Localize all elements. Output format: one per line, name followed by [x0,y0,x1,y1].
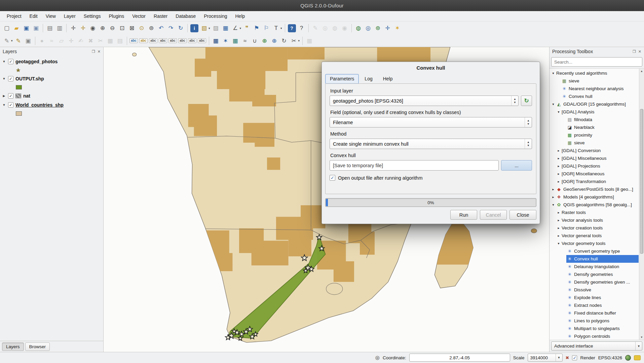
toolbox-item[interactable]: ✳Fixed distance buffer [550,309,639,317]
dock-panel-icon[interactable]: ❐ [633,49,636,54]
globe-plugin-icon[interactable]: ⊕ [260,36,269,45]
change-label-icon[interactable]: abc [168,36,178,45]
zoom-in-icon[interactable]: ⊕ [98,24,107,33]
toolbox-item[interactable]: ▦sieve [550,77,639,85]
zoom-to-layer-icon[interactable]: ⊚ [147,24,156,33]
field-select[interactable]: Filename ▲▼ [330,117,532,128]
dropdown-arrow-icon[interactable]: ▾ [298,39,300,42]
toolbox-item[interactable]: ✳Convert geometry type [550,247,639,255]
menu-project[interactable]: Project [3,12,26,20]
layer-visibility-checkbox[interactable]: ✓ [8,76,13,81]
messages-icon[interactable] [634,355,641,360]
toolbox-item[interactable]: ✳Densify geometries [550,270,639,278]
new-project-icon[interactable]: ▢ [2,24,11,33]
tab-browser[interactable]: Browser [25,342,50,351]
web-services-icon[interactable]: ◎ [364,24,373,33]
spinner-arrows-icon[interactable]: ▲▼ [511,96,518,106]
collapse-arrow-icon[interactable]: ▾ [551,71,556,75]
expand-arrow-icon[interactable]: ▸ [556,172,561,176]
save-project-as-icon[interactable]: ▣ [31,24,41,33]
pin-labels-icon[interactable]: abc [178,36,187,45]
stop-render-icon[interactable]: ✖ [566,355,569,360]
tab-parameters[interactable]: Parameters [325,74,359,83]
rotate-tool-icon[interactable]: ↻ [279,36,289,45]
interface-mode-select[interactable]: Advanced interface ▼ [551,341,642,351]
menu-help[interactable]: Help [231,12,249,20]
toolbox-item[interactable]: ✳Densify geometries given ... [550,278,639,286]
expand-arrow-icon[interactable]: ▸ [556,164,561,168]
spinner-arrows-icon[interactable]: ▲▼ [525,117,532,127]
zoom-full-icon[interactable]: ⊠ [127,24,137,33]
open-output-checkbox[interactable]: ✓ [330,175,335,181]
web-plugin-icon[interactable]: ⊕ [270,36,279,45]
toolbox-item[interactable]: ▸Raster tools [550,209,639,216]
dropdown-arrow-icon[interactable]: ▾ [240,27,241,30]
labeling-icon[interactable]: abc [129,36,139,45]
measure-icon[interactable]: ∠ [231,24,240,33]
iterate-layer-button[interactable]: ↻ [521,96,532,106]
toolbox-item[interactable]: ✳Dissolve [550,286,639,294]
toggle-editing-icon[interactable]: ✎ [14,36,23,45]
toolbox-item[interactable]: ✳Polygon centroids [550,332,639,340]
pan-map-icon[interactable]: ✛ [69,24,78,33]
dropdown-arrow-icon[interactable]: ▾ [209,27,210,30]
toolbox-item[interactable]: ▤fillnodata [550,116,639,123]
collapse-arrow-icon[interactable]: ▼ [2,77,6,80]
geometry-tools-icon[interactable]: ≈ [240,36,250,45]
zoom-last-icon[interactable]: ↶ [156,24,166,33]
toolbox-item[interactable]: ▾Recently used algorithms [550,69,639,77]
label-options-icon[interactable]: abc [139,36,148,45]
toolbox-item[interactable]: ◪Nearblack [550,123,639,131]
expand-arrow-icon[interactable]: ▸ [556,180,561,183]
close-button[interactable]: Close [509,210,536,220]
pan-to-selection-icon[interactable]: ✛ [78,24,88,33]
tab-help[interactable]: Help [378,74,397,83]
menu-raster[interactable]: Raster [150,12,172,20]
select-features-icon[interactable]: ▧ [199,24,209,33]
dock-panel-icon[interactable]: ❐ [92,49,95,54]
dropdown-arrow-icon[interactable]: ▾ [11,39,13,42]
menu-database[interactable]: Database [172,12,200,20]
dialog-titlebar[interactable]: Convex hull [322,62,540,73]
tab-layers[interactable]: Layers [2,342,24,351]
coordinate-input[interactable] [409,354,510,362]
layer-name[interactable]: OUTPUT.shp [15,76,44,81]
collapse-arrow-icon[interactable]: ▾ [551,203,556,207]
browse-button[interactable]: ... [501,160,532,171]
menu-edit[interactable]: Edit [26,12,42,20]
expand-arrow-icon[interactable]: ▸ [556,234,561,238]
method-select[interactable]: Create single minimum convex hull ▲▼ [330,139,532,149]
toolbox-item[interactable]: ▾Vector geometry tools [550,240,639,247]
zoom-native-icon[interactable]: ⊡ [117,24,127,33]
layer-name[interactable]: geotagged_photos [15,59,58,64]
identify-features-icon[interactable]: i [190,24,198,32]
render-checkbox[interactable]: ✓ [572,355,577,360]
toolbox-item[interactable]: ✳Delaunay triangulation [550,263,639,270]
layer-visibility-checkbox[interactable]: ✓ [8,93,13,99]
close-panel-icon[interactable]: ✕ [98,49,101,54]
expand-arrow-icon[interactable]: ▸ [551,195,556,199]
collapse-arrow-icon[interactable]: ▾ [556,110,561,114]
layer-item-geotagged_photos[interactable]: ▼✓geotagged_photos [0,57,103,66]
toolbox-item[interactable]: ▸[GDAL] Projections [550,162,639,170]
whats-this-icon[interactable]: ? [297,24,306,33]
menu-view[interactable]: View [42,12,60,20]
toolbox-item[interactable]: ✳Convex hull [550,93,639,100]
menu-vector[interactable]: Vector [128,12,150,20]
layer-item-World_countries_shp[interactable]: ▼✓World_countries_shp [0,100,103,109]
save-project-icon[interactable]: ▣ [22,24,31,33]
toolbox-item[interactable]: ✳Explode lines [550,294,639,301]
text-annotation-icon[interactable]: T [271,24,281,33]
new-bookmark-icon[interactable]: ⚑ [252,24,261,33]
toolbox-item[interactable]: ▸[GDAL] Conversion [550,147,639,154]
toolbox-item[interactable]: ▦sieve [550,139,639,147]
layer-name[interactable]: World_countries_shp [15,102,64,108]
globe-icon[interactable]: ⊛ [373,24,383,33]
rotate-label-icon[interactable]: abc [158,36,168,45]
layer-item-nat[interactable]: ▶✓nat [0,91,103,100]
open-attribute-table-icon[interactable]: ▦ [221,24,230,33]
toolbox-item[interactable]: ▩proximity [550,131,639,139]
layer-item-OUTPUT.shp[interactable]: ▼✓OUTPUT.shp [0,74,103,83]
open-project-icon[interactable]: ▰ [12,24,21,33]
scroll-down-icon[interactable]: ▼ [639,335,644,340]
